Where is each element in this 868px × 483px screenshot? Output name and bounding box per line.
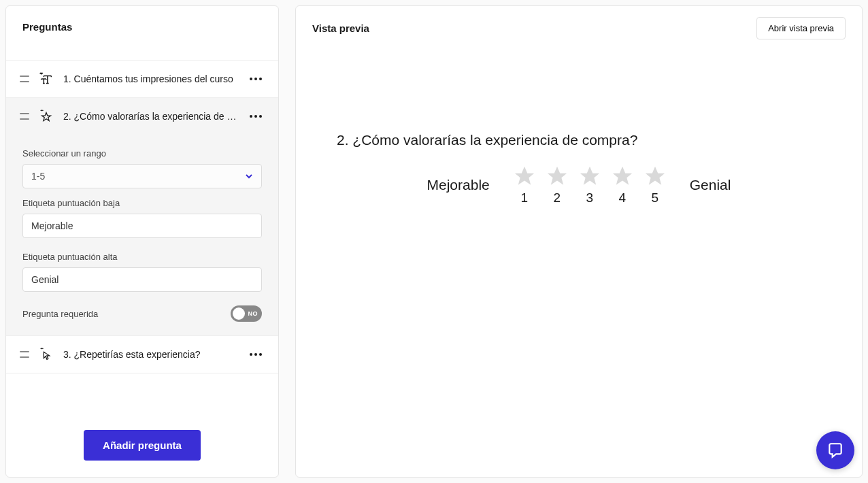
question-title: 1. Cuéntamos tus impresiones del curso xyxy=(63,73,237,84)
question-title: 3. ¿Repetirías esta experiencia? xyxy=(63,349,237,360)
high-label-input[interactable] xyxy=(22,267,262,292)
low-label-input[interactable] xyxy=(22,214,262,238)
star-question-icon xyxy=(39,109,54,124)
range-label: Seleccionar un rango xyxy=(22,148,262,159)
star-4[interactable]: 4 xyxy=(611,165,634,205)
preview-question-text: 2. ¿Cómo valorarías la experiencia de co… xyxy=(337,132,846,148)
help-bubble-button[interactable] xyxy=(816,431,854,469)
low-label-label: Etiqueta puntuación baja xyxy=(22,198,262,208)
question-row[interactable]: 1. Cuéntamos tus impresiones del curso xyxy=(6,61,278,98)
drag-handle-icon[interactable] xyxy=(20,76,29,82)
questions-panel: Preguntas 1. Cuéntamos tus impresiones d… xyxy=(5,5,279,478)
high-label-label: Etiqueta puntuación alta xyxy=(22,252,262,262)
more-icon[interactable] xyxy=(247,75,265,83)
question-title: 2. ¿Cómo valorarías la experiencia de c.… xyxy=(63,111,237,122)
chat-icon xyxy=(827,442,844,459)
star-icon xyxy=(611,165,634,188)
star-number: 2 xyxy=(553,190,561,205)
star-icon xyxy=(644,165,667,188)
preview-panel: Vista previa Abrir vista previa 2. ¿Cómo… xyxy=(295,5,863,478)
questions-header: Preguntas xyxy=(6,6,278,61)
star-icon xyxy=(513,165,536,188)
click-question-icon xyxy=(39,347,54,362)
question-editor: Seleccionar un rango 1-5 Etiqueta puntua… xyxy=(6,135,278,336)
star-number: 3 xyxy=(586,190,593,205)
open-preview-button[interactable]: Abrir vista previa xyxy=(756,17,846,39)
add-question-wrap: Añadir pregunta xyxy=(6,430,278,477)
toggle-label: NO xyxy=(248,310,258,317)
drag-handle-icon[interactable] xyxy=(20,351,29,358)
range-select[interactable]: 1-5 xyxy=(22,164,262,188)
star-icon xyxy=(546,165,569,188)
text-question-icon xyxy=(39,71,54,86)
chevron-down-icon xyxy=(245,172,253,180)
question-row-selected[interactable]: 2. ¿Cómo valorarías la experiencia de c.… xyxy=(6,98,278,135)
star-number: 1 xyxy=(520,190,528,205)
rating-low-label: Mejorable xyxy=(427,177,490,193)
star-2[interactable]: 2 xyxy=(546,165,569,205)
required-label: Pregunta requerida xyxy=(22,309,98,319)
stars: 1 2 3 4 5 xyxy=(513,165,667,205)
star-number: 4 xyxy=(618,190,626,205)
star-1[interactable]: 1 xyxy=(513,165,536,205)
rating-high-label: Genial xyxy=(690,177,731,193)
star-5[interactable]: 5 xyxy=(644,165,667,205)
range-select-value: 1-5 xyxy=(31,171,45,182)
star-number: 5 xyxy=(651,190,658,205)
drag-handle-icon[interactable] xyxy=(20,113,29,120)
star-3[interactable]: 3 xyxy=(578,165,601,205)
rating-row: Mejorable 1 2 3 4 xyxy=(312,165,846,205)
add-question-button[interactable]: Añadir pregunta xyxy=(84,430,201,461)
required-toggle[interactable]: NO xyxy=(231,305,262,322)
question-row[interactable]: 3. ¿Repetirías esta experiencia? xyxy=(6,336,278,373)
preview-title: Vista previa xyxy=(312,22,369,34)
more-icon[interactable] xyxy=(247,350,265,359)
toggle-knob xyxy=(233,307,245,320)
more-icon[interactable] xyxy=(247,112,265,120)
star-icon xyxy=(578,165,601,188)
